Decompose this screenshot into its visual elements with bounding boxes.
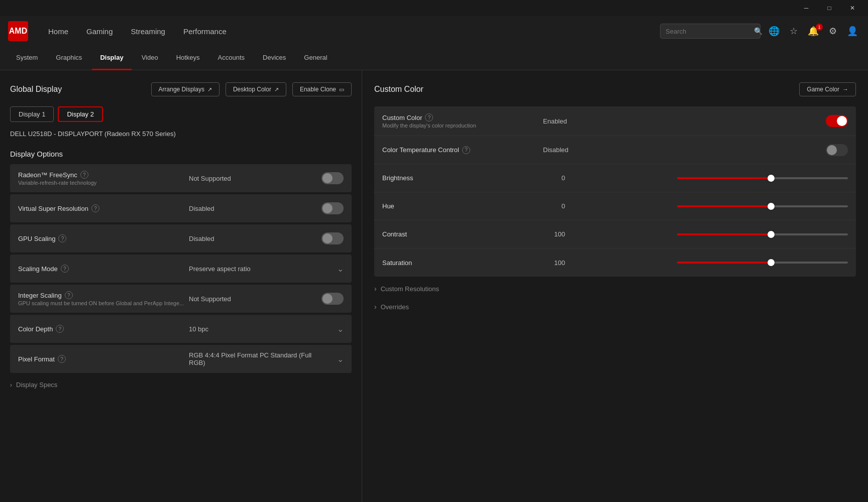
- gpu-scaling-help-icon[interactable]: ?: [58, 234, 66, 242]
- color-temp-label: Color Temperature Control: [382, 146, 459, 154]
- display1-tab[interactable]: Display 1: [10, 106, 54, 122]
- tab-general[interactable]: General: [296, 46, 335, 70]
- game-color-arrow: →: [842, 86, 848, 93]
- freesync-toggle[interactable]: [321, 172, 344, 184]
- custom-color-help-icon[interactable]: ?: [425, 113, 433, 121]
- scaling-mode-label: Scaling Mode: [18, 265, 58, 273]
- saturation-slider[interactable]: [677, 258, 848, 268]
- scaling-mode-chevron[interactable]: ⌄: [337, 264, 344, 274]
- color-section: Custom Color ? Modify the display's colo…: [374, 106, 856, 277]
- pixel-format-value: RGB 4:4:4 Pixel Format PC Standard (Full…: [189, 351, 313, 366]
- display2-tab[interactable]: Display 2: [58, 106, 102, 122]
- integer-scaling-toggle[interactable]: [321, 293, 344, 305]
- color-temp-row: Color Temperature Control ? Disabled: [374, 136, 856, 164]
- main-content: Global Display Arrange Displays ↗ Deskto…: [0, 70, 868, 502]
- gpu-scaling-row: GPU Scaling ? Disabled: [10, 224, 352, 253]
- nav-gaming[interactable]: Gaming: [78, 23, 121, 40]
- enable-clone-button[interactable]: Enable Clone ▭: [292, 82, 352, 96]
- header-action-buttons: Arrange Displays ↗ Desktop Color ↗ Enabl…: [151, 82, 352, 96]
- color-depth-label: Color Depth: [18, 325, 53, 333]
- settings-icon[interactable]: ⚙: [827, 24, 839, 39]
- hue-slider[interactable]: [677, 201, 848, 211]
- left-panel: Global Display Arrange Displays ↗ Deskto…: [0, 70, 362, 502]
- arrange-icon: ↗: [207, 86, 212, 93]
- saturation-row: Saturation 100: [374, 248, 856, 277]
- freesync-row: Radeon™ FreeSync ? Variable-refresh-rate…: [10, 164, 352, 192]
- logo: AMD: [8, 21, 28, 41]
- minimize-button[interactable]: ─: [795, 0, 818, 16]
- globe-icon[interactable]: 🌐: [767, 24, 782, 39]
- integer-scaling-row: Integer Scaling ? GPU scaling must be tu…: [10, 285, 352, 313]
- overrides-label: Overrides: [381, 303, 409, 311]
- freesync-value: Not Supported: [189, 175, 313, 182]
- display-specs-arrow: ›: [10, 382, 12, 389]
- tab-display[interactable]: Display: [92, 46, 131, 70]
- scaling-mode-row: Scaling Mode ? Preserve aspect ratio ⌄: [10, 255, 352, 283]
- custom-color-title: Custom Color: [374, 85, 423, 94]
- search-box[interactable]: 🔍: [660, 24, 761, 39]
- custom-resolutions-arrow: ›: [374, 285, 377, 293]
- search-input[interactable]: [666, 28, 750, 35]
- pixel-format-label: Pixel Format: [18, 355, 55, 363]
- gpu-scaling-value: Disabled: [189, 235, 313, 242]
- custom-color-sublabel: Modify the display's color reproduction: [382, 122, 476, 129]
- custom-resolutions-expand[interactable]: › Custom Resolutions: [374, 277, 856, 295]
- nav-performance[interactable]: Performance: [175, 23, 235, 40]
- integer-scaling-sublabel: GPU scaling must be turned ON before Glo…: [18, 300, 189, 306]
- color-depth-help-icon[interactable]: ?: [56, 325, 64, 333]
- desktop-color-button[interactable]: Desktop Color ↗: [226, 82, 286, 96]
- vsr-row: Virtual Super Resolution ? Disabled: [10, 194, 352, 222]
- custom-color-label: Custom Color: [382, 114, 422, 121]
- subnav: System Graphics Display Video Hotkeys Ac…: [0, 46, 868, 70]
- navbar: AMD Home Gaming Streaming Performance 🔍 …: [0, 16, 868, 46]
- tab-hotkeys[interactable]: Hotkeys: [168, 46, 208, 70]
- tab-video[interactable]: Video: [134, 46, 166, 70]
- color-depth-row: Color Depth ? 10 bpc ⌄: [10, 315, 352, 343]
- user-icon[interactable]: 👤: [845, 24, 860, 39]
- saturation-label: Saturation: [382, 259, 412, 267]
- integer-scaling-value: Not Supported: [189, 295, 313, 303]
- vsr-toggle[interactable]: [321, 202, 344, 214]
- favorites-icon[interactable]: ☆: [788, 24, 800, 39]
- pixel-format-row: Pixel Format ? RGB 4:4:4 Pixel Format PC…: [10, 345, 352, 373]
- contrast-slider[interactable]: [677, 229, 848, 239]
- hue-label: Hue: [382, 202, 394, 210]
- vsr-help-icon[interactable]: ?: [91, 204, 99, 212]
- custom-color-toggle[interactable]: [826, 115, 848, 127]
- arrange-displays-button[interactable]: Arrange Displays ↗: [151, 82, 220, 96]
- brightness-label: Brightness: [382, 174, 413, 182]
- brightness-slider[interactable]: [677, 173, 848, 183]
- game-color-button[interactable]: Game Color →: [799, 82, 856, 96]
- notification-badge: 1: [816, 24, 823, 31]
- color-temp-value: Disabled: [543, 146, 577, 154]
- gpu-scaling-label: GPU Scaling: [18, 235, 55, 242]
- pixel-format-help-icon[interactable]: ?: [58, 355, 66, 363]
- scaling-mode-help-icon[interactable]: ?: [61, 265, 69, 273]
- nav-home[interactable]: Home: [40, 23, 76, 40]
- freesync-help-icon[interactable]: ?: [80, 171, 88, 179]
- contrast-value: 100: [543, 230, 573, 238]
- tab-accounts[interactable]: Accounts: [210, 46, 253, 70]
- color-depth-chevron[interactable]: ⌄: [337, 324, 344, 334]
- overrides-arrow: ›: [374, 303, 377, 311]
- tab-devices[interactable]: Devices: [255, 46, 294, 70]
- integer-scaling-help-icon[interactable]: ?: [65, 291, 73, 299]
- color-temp-help-icon[interactable]: ?: [462, 146, 470, 154]
- notifications-bell[interactable]: 🔔 1: [806, 26, 821, 37]
- display-specs-expand[interactable]: › Display Specs: [10, 375, 352, 391]
- titlebar: ─ □ ✕: [0, 0, 868, 16]
- gpu-scaling-toggle[interactable]: [321, 232, 344, 244]
- pixel-format-chevron[interactable]: ⌄: [337, 354, 344, 364]
- nav-streaming[interactable]: Streaming: [123, 23, 173, 40]
- tab-graphics[interactable]: Graphics: [48, 46, 90, 70]
- overrides-expand[interactable]: › Overrides: [374, 295, 856, 313]
- search-icon: 🔍: [754, 27, 763, 35]
- integer-scaling-label: Integer Scaling: [18, 292, 62, 299]
- close-button[interactable]: ✕: [841, 0, 864, 16]
- maximize-button[interactable]: □: [818, 0, 841, 16]
- global-display-header: Global Display Arrange Displays ↗ Deskto…: [10, 82, 352, 96]
- color-temp-toggle[interactable]: [826, 144, 848, 156]
- tab-system[interactable]: System: [8, 46, 46, 70]
- game-color-label: Game Color: [807, 86, 839, 93]
- desktop-color-icon: ↗: [274, 86, 279, 93]
